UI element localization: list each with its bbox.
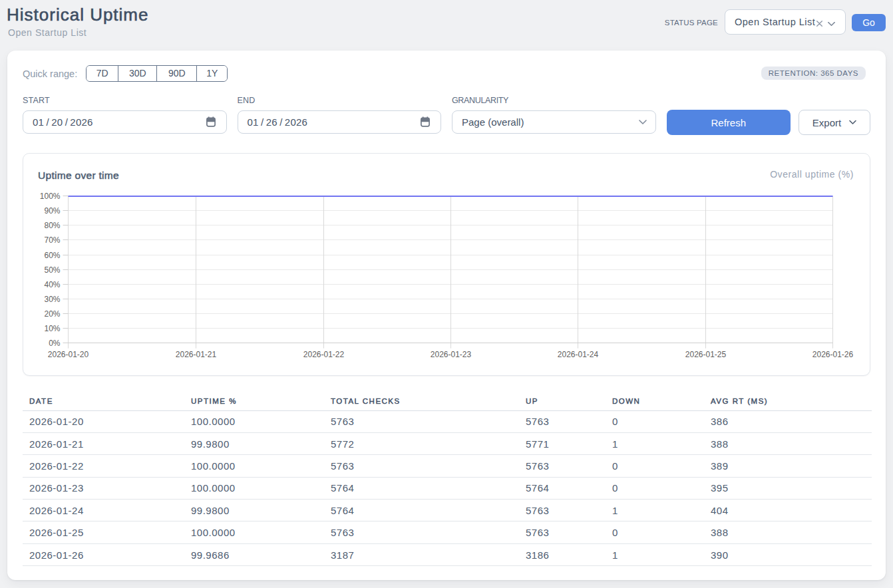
- x-tick-label: 2026-01-25: [685, 350, 727, 359]
- y-tick-label: 30%: [44, 295, 60, 304]
- table-header: AVG RT (MS): [704, 390, 872, 410]
- table-cell: 5763: [519, 410, 606, 432]
- y-tick-label: 40%: [44, 280, 60, 289]
- table-cell: 5763: [324, 521, 519, 543]
- granularity-label: GRANULARITY: [452, 97, 656, 104]
- table-cell: 5764: [324, 477, 519, 499]
- table-row: 2026-01-2199.9800577257711388: [23, 432, 872, 454]
- table-cell: 1: [606, 432, 704, 454]
- table-header: UP: [519, 390, 606, 410]
- calendar-icon-svg: [206, 116, 216, 127]
- table-cell: 388: [704, 521, 872, 543]
- x-tick-label: 2026-01-20: [48, 350, 89, 359]
- quick-range-group: 7D 30D 90D 1Y: [86, 65, 228, 82]
- chevron-down-icon: [849, 120, 856, 124]
- export-button[interactable]: Export: [799, 110, 870, 135]
- table-cell: 0: [606, 455, 704, 477]
- y-tick-label: 10%: [44, 324, 60, 333]
- table-cell: 5763: [324, 410, 519, 432]
- end-date-input[interactable]: 01 / 26 / 2026: [238, 110, 442, 134]
- table-header-row: DATE UPTIME % TOTAL CHECKS UP DOWN AVG R…: [23, 390, 872, 410]
- y-tick-label: 20%: [44, 309, 60, 319]
- table-cell: 5764: [519, 477, 606, 499]
- status-page-select[interactable]: Open Startup List: [725, 9, 846, 35]
- table-cell: 2026-01-25: [23, 521, 184, 543]
- refresh-button[interactable]: Refresh: [667, 110, 791, 135]
- clear-icon[interactable]: [816, 21, 822, 27]
- table-cell: 2026-01-23: [23, 477, 184, 499]
- quick-range-row: Quick range: 7D 30D 90D 1Y RETENTION: 36…: [23, 65, 870, 82]
- x-tick-label: 2026-01-24: [558, 350, 599, 359]
- table-cell: 2026-01-26: [23, 543, 184, 565]
- quick-range-button[interactable]: 1Y: [196, 66, 227, 81]
- table-cell: 0: [606, 477, 704, 499]
- status-page-label: STATUS PAGE: [665, 19, 718, 27]
- end-field: END 01 / 26 / 2026: [238, 97, 442, 134]
- table-cell: 386: [704, 410, 872, 432]
- table-cell: 395: [704, 477, 872, 499]
- table-cell: 5763: [324, 455, 519, 477]
- calendar-icon[interactable]: [421, 117, 430, 128]
- table-cell: 99.9800: [184, 500, 324, 521]
- status-page-select-value: Open Startup List: [735, 17, 815, 27]
- table-cell: 2026-01-21: [23, 432, 184, 454]
- table-row: 2026-01-25100.0000576357630388: [23, 521, 872, 543]
- x-tick-label: 2026-01-21: [176, 350, 217, 359]
- calendar-icon[interactable]: [206, 117, 216, 128]
- table-header: UPTIME %: [184, 390, 324, 410]
- granularity-field: GRANULARITY Page (overall): [452, 97, 656, 134]
- table-cell: 390: [704, 543, 872, 565]
- y-tick-label: 70%: [44, 235, 60, 245]
- table-cell: 5763: [519, 455, 606, 477]
- start-label: START: [23, 97, 227, 104]
- start-field: START 01 / 20 / 2026: [23, 97, 227, 134]
- chevron-down-icon: [639, 120, 647, 124]
- end-date-value: 01 / 26 / 2026: [248, 116, 421, 128]
- table-cell: 100.0000: [184, 477, 324, 499]
- quick-range-button[interactable]: 30D: [118, 66, 156, 81]
- start-date-value: 01 / 20 / 2026: [33, 116, 206, 128]
- x-tick-label: 2026-01-26: [812, 350, 854, 359]
- x-tick-label: 2026-01-22: [303, 350, 345, 359]
- table-header: TOTAL CHECKS: [324, 390, 519, 410]
- go-button[interactable]: Go: [852, 14, 886, 31]
- table-cell: 1: [606, 543, 704, 565]
- table-header: DATE: [23, 390, 184, 410]
- quick-range-button[interactable]: 7D: [87, 66, 118, 81]
- table-cell: 5763: [519, 500, 606, 521]
- table-row: 2026-01-23100.0000576457640395: [23, 477, 872, 499]
- table-cell: 1: [606, 500, 704, 521]
- uptime-table: DATE UPTIME % TOTAL CHECKS UP DOWN AVG R…: [23, 390, 872, 566]
- x-tick-label: 2026-01-23: [431, 350, 472, 359]
- retention-badge: RETENTION: 365 DAYS: [761, 67, 866, 80]
- y-tick-label: 80%: [44, 221, 60, 230]
- table-cell: 100.0000: [184, 521, 324, 543]
- calendar-icon-svg: [421, 116, 430, 127]
- table-cell: 0: [606, 521, 704, 543]
- table-body: 2026-01-20100.0000576357630386 2026-01-2…: [23, 410, 872, 566]
- quick-range-button[interactable]: 90D: [156, 66, 196, 81]
- table-cell: 5764: [324, 500, 519, 521]
- table-cell: 3186: [519, 543, 606, 565]
- table-head: DATE UPTIME % TOTAL CHECKS UP DOWN AVG R…: [23, 390, 872, 410]
- page-subtitle: Open Startup List: [8, 27, 87, 38]
- table-cell: 2026-01-20: [23, 410, 184, 432]
- granularity-select[interactable]: Page (overall): [452, 110, 656, 134]
- start-date-input[interactable]: 01 / 20 / 2026: [23, 110, 227, 134]
- table-cell: 404: [704, 500, 872, 521]
- quick-range-label: Quick range:: [23, 69, 77, 79]
- uptime-chart[interactable]: 0% 10% 20% 30% 40% 50% 60% 70% 80% 90% 1…: [23, 154, 870, 375]
- chevron-down-icon: [828, 22, 835, 26]
- page-title: Historical Uptime: [7, 6, 149, 23]
- controls-row: START 01 / 20 / 2026 END 01 / 26 / 2026 …: [23, 97, 870, 134]
- y-tick-label: 90%: [44, 206, 60, 216]
- chart-card: Uptime over time Overall uptime (%) 0%: [23, 153, 870, 376]
- table-cell: 99.9800: [184, 432, 324, 454]
- end-label: END: [238, 97, 442, 104]
- table-cell: 388: [704, 432, 872, 454]
- table-cell: 389: [704, 455, 872, 477]
- table-cell: 100.0000: [184, 455, 324, 477]
- y-tick-label: 0%: [49, 339, 61, 348]
- table-cell: 2026-01-24: [23, 500, 184, 521]
- y-tick-label: 60%: [44, 251, 60, 260]
